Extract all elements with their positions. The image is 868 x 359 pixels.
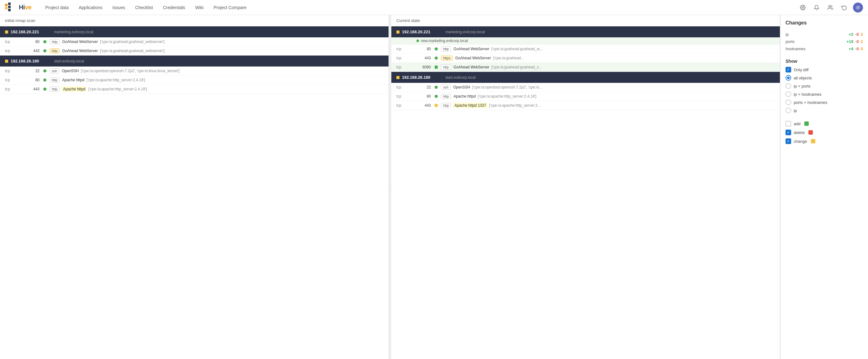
port-number: 80 [412, 47, 431, 51]
changes-row-ip: ip +2 -0 2 [785, 31, 863, 38]
port-row: tcp 443 http GoAhead WebServer ['cpe:/a:… [0, 47, 389, 56]
history-icon[interactable] [839, 2, 849, 12]
right-scroll-area[interactable]: 192.168.20.221 marketing.evilcorp.local … [391, 26, 780, 359]
add-color-dot [804, 121, 809, 126]
checkbox-add[interactable]: add [785, 121, 863, 126]
port-row: tcp 80 http Apache httpd ['cpe:/a:apache… [0, 76, 389, 85]
port-service: OpenSSH [62, 69, 81, 73]
right-ip-address-2: 192.168.26.180 [402, 75, 430, 80]
radio-label-ports-hostnames: ports + hostnames [794, 100, 827, 105]
changes-sidebar: Changes ip +2 -0 2 ports +19 -0 2 hostna… [780, 15, 868, 359]
radio-ip-hostnames[interactable]: ip + hostnames [785, 91, 863, 97]
right-ip-block-1: 192.168.20.221 marketing.evilcorp.local … [391, 26, 780, 72]
svg-rect-4 [8, 9, 11, 11]
port-cpe: ['cpe:/a:apache:http_server:2.4.18'] [478, 94, 536, 98]
protocol: tcp [396, 65, 412, 69]
port-service: GoAhead WebServer [62, 49, 100, 53]
panel-divider[interactable]: ⋮ [389, 15, 391, 359]
avatar[interactable]: @ [853, 2, 863, 12]
radio-all-objects[interactable]: all objects [785, 75, 863, 81]
status-dot [43, 49, 46, 52]
changes-label-ip: ip [785, 32, 848, 37]
radio-circle-all-objects[interactable] [785, 75, 791, 81]
port-cpe: ['cpe:/a:openbsd:openssh:7.2p2', 'cpe:/o… [81, 69, 180, 73]
port-number: 443 [412, 103, 431, 108]
port-number: 443 [21, 49, 39, 53]
ip-header-1[interactable]: 192.168.20.221 marketing.evilcorp.local [0, 26, 389, 37]
port-number: 80 [412, 94, 431, 98]
yellow-square-dot [435, 104, 438, 107]
port-tag: http [50, 87, 60, 92]
only-diff-checkbox[interactable]: ✓ Only diff [785, 67, 863, 72]
port-cpe: ['cpe:/a:goahead... [493, 56, 524, 60]
port-service-highlighted: Apache httpd 1337 [454, 103, 487, 108]
ip-header-2[interactable]: 192.168.26.180 start.evilcorp.local [0, 56, 389, 66]
radio-circle-ip-hostnames[interactable] [785, 91, 791, 97]
new-hostname-text: new.marketing.evilcorp.local [421, 39, 468, 43]
users-icon[interactable] [825, 2, 835, 12]
port-tag-highlighted: http [50, 48, 60, 53]
port-number: 22 [21, 69, 39, 73]
changes-add-ports: +19 [846, 39, 853, 44]
left-scroll-area[interactable]: 192.168.20.221 marketing.evilcorp.local … [0, 26, 389, 359]
radio-circle-ports-hostnames[interactable] [785, 99, 791, 105]
right-ip-header-1[interactable]: 192.168.20.221 marketing.evilcorp.local [391, 26, 780, 37]
port-service: Apache httpd [454, 94, 477, 98]
radio-label-ip: ip [794, 108, 797, 113]
nav-wiki[interactable]: Wiki [190, 0, 209, 15]
checkbox-change-box[interactable]: ✓ [785, 139, 791, 144]
nav-applications[interactable]: Applications [74, 0, 107, 15]
radio-group: ✓ Only diff all objects ip + ports ip + … [785, 67, 863, 113]
checkbox-delete[interactable]: ✓ delete [785, 129, 863, 135]
protocol: tcp [5, 39, 21, 44]
changes-count-ip: 2 [861, 32, 863, 37]
port-number: 443 [412, 56, 431, 60]
port-cpe: ['cpe:/a:goahead:goahead_v... [491, 65, 541, 69]
right-hostname-inline-2: start.evilcorp.local [445, 75, 475, 80]
checkbox-add-box[interactable] [785, 121, 791, 126]
left-panel-header: initial nmap scan [0, 15, 389, 26]
port-row: tcp 443 http Apache httpd ['cpe:/a:apach… [0, 85, 389, 94]
port-tag: http [441, 65, 451, 70]
navbar: Hive Project data Applications Issues Ch… [0, 0, 868, 15]
changes-add-ip: +2 [848, 32, 853, 37]
nav-project-compare[interactable]: Project Compare [209, 0, 251, 15]
right-ip-header-2[interactable]: 192.168.26.180 start.evilcorp.local [391, 72, 780, 83]
ip-address-2: 192.168.26.180 [11, 59, 39, 63]
svg-point-6 [829, 5, 831, 7]
nav-checklist[interactable]: Checklist [130, 0, 158, 15]
status-dot [43, 40, 46, 43]
checkbox-change[interactable]: ✓ change [785, 139, 863, 144]
nav-credentials[interactable]: Credentials [158, 0, 190, 15]
port-tag: ssh [441, 85, 451, 90]
changes-del-ip: -0 [855, 32, 859, 37]
nav-project-data[interactable]: Project data [40, 0, 74, 15]
bell-icon[interactable] [811, 2, 822, 12]
protocol: tcp [5, 78, 21, 82]
port-service-highlighted: Apache httpd [62, 87, 86, 92]
radio-ip-ports[interactable]: ip + ports [785, 83, 863, 89]
hostname-inline-1: marketing.evilcorp.local [54, 30, 93, 34]
nav-issues[interactable]: Issues [107, 0, 130, 15]
changes-count-hostnames: 0 [861, 47, 863, 51]
port-tag-https: https [441, 56, 453, 61]
only-diff-box[interactable]: ✓ [785, 67, 791, 72]
protocol: tcp [396, 85, 412, 89]
port-service: OpenSSH [453, 85, 472, 89]
radio-circle-ip-ports[interactable] [785, 83, 791, 89]
radio-ports-hostnames[interactable]: ports + hostnames [785, 99, 863, 105]
new-hostname-dot [416, 39, 419, 42]
settings-icon[interactable] [798, 2, 808, 12]
only-diff-label: Only diff [794, 67, 808, 72]
checkbox-delete-box[interactable]: ✓ [785, 129, 791, 135]
logo[interactable]: Hive [5, 2, 31, 12]
nav-icons: @ [798, 2, 863, 12]
right-port-row: tcp 443 https GoAhead WebServer ['cpe:/a… [391, 54, 780, 63]
radio-circle-ip[interactable] [785, 108, 791, 113]
port-service: Apache httpd [62, 78, 86, 82]
status-dot [43, 79, 46, 82]
change-color-dot [811, 139, 815, 143]
checkbox-delete-label: delete [794, 130, 805, 135]
radio-ip[interactable]: ip [785, 108, 863, 113]
port-cpe: ['cpe:/a:goahead:goahead_w... [491, 47, 542, 51]
